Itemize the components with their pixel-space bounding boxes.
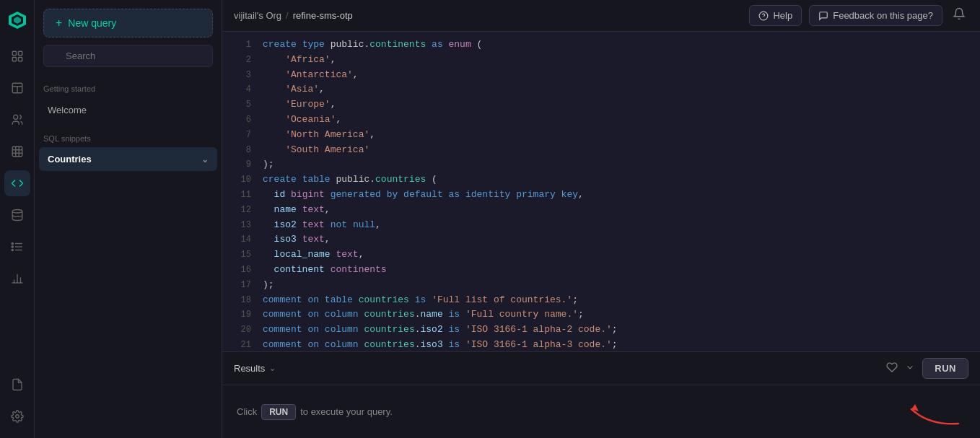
- database-icon[interactable]: [4, 202, 30, 228]
- code-line: 11 id bigint generated by default as ide…: [222, 188, 980, 203]
- line-number: 3: [228, 69, 251, 82]
- code-line: 13 iso2 text not null,: [222, 218, 980, 233]
- code-line: 3 'Antarctica',: [222, 68, 980, 83]
- users-icon[interactable]: [4, 107, 30, 133]
- line-number: 16: [228, 263, 251, 277]
- doc-icon[interactable]: [4, 372, 30, 398]
- code-line: 9);: [222, 157, 980, 172]
- click-text: Click: [237, 406, 257, 417]
- line-content: );: [263, 278, 274, 293]
- code-editor[interactable]: 1create type public.continents as enum (…: [222, 32, 980, 351]
- svg-rect-5: [12, 58, 16, 61]
- run-button[interactable]: RUN: [922, 358, 968, 379]
- line-content: 'South America': [263, 143, 369, 158]
- line-number: 17: [228, 279, 251, 292]
- line-content: name text,: [263, 203, 331, 218]
- line-content: 'Antarctica',: [263, 68, 359, 83]
- line-content: 'Africa',: [263, 53, 336, 68]
- favorite-button[interactable]: [886, 362, 898, 376]
- svg-rect-4: [18, 51, 22, 55]
- search-input[interactable]: [43, 45, 213, 67]
- svg-rect-11: [12, 146, 22, 157]
- line-number: 20: [228, 323, 251, 337]
- line-number: 11: [228, 188, 251, 202]
- line-content: 'Asia',: [263, 82, 325, 97]
- code-line: 7 'North America',: [222, 128, 980, 143]
- results-chevron-icon[interactable]: ⌄: [269, 364, 276, 373]
- line-content: local_name text,: [263, 248, 364, 263]
- line-content: continent continents: [263, 263, 387, 278]
- line-number: 2: [228, 53, 251, 67]
- project-name[interactable]: refine-sms-otp: [293, 10, 353, 21]
- line-content: comment on column countries.iso3 is 'ISO…: [263, 338, 618, 351]
- line-content: comment on column countries.iso2 is 'ISO…: [263, 323, 618, 338]
- org-name[interactable]: vijitail's Org: [234, 10, 281, 21]
- line-number: 4: [228, 83, 251, 97]
- sidebar-item-countries[interactable]: Countries ⌄: [39, 147, 217, 171]
- table-icon[interactable]: [4, 75, 30, 101]
- app-logo: [6, 9, 29, 32]
- expand-button[interactable]: [905, 362, 915, 375]
- line-number: 15: [228, 248, 251, 262]
- feedback-button[interactable]: Feedback on this page?: [809, 5, 942, 26]
- execute-text: to execute your query.: [300, 406, 393, 417]
- code-line: 12 name text,: [222, 203, 980, 218]
- help-button[interactable]: Help: [749, 5, 802, 26]
- grid-icon[interactable]: [4, 139, 30, 165]
- home-icon[interactable]: [4, 43, 30, 69]
- line-content: create type public.continents as enum (: [263, 38, 482, 53]
- run-inline-button[interactable]: RUN: [261, 404, 296, 420]
- svg-point-20: [12, 242, 13, 244]
- code-line: 17);: [222, 278, 980, 293]
- sidebar-item-welcome[interactable]: Welcome: [39, 97, 217, 123]
- svg-rect-6: [18, 58, 22, 61]
- sidebar: + New query Getting started Welcome SQL …: [35, 0, 222, 438]
- line-number: 12: [228, 203, 251, 217]
- line-number: 13: [228, 219, 251, 232]
- topbar-breadcrumb: vijitail's Org / refine-sms-otp: [234, 10, 353, 21]
- new-query-button[interactable]: + New query: [43, 9, 213, 38]
- code-line: 21comment on column countries.iso3 is 'I…: [222, 338, 980, 351]
- line-number: 19: [228, 308, 251, 322]
- getting-started-label: Getting started: [35, 76, 222, 97]
- code-line: 16 continent continents: [222, 263, 980, 278]
- line-content: comment on table countries is 'Full list…: [263, 293, 578, 308]
- code-line: 18comment on table countries is 'Full li…: [222, 293, 980, 308]
- line-number: 6: [228, 113, 251, 127]
- plus-icon: +: [56, 17, 62, 30]
- svg-point-16: [12, 210, 22, 214]
- breadcrumb-separator: /: [286, 10, 289, 21]
- code-line: 19comment on column countries.name is 'F…: [222, 307, 980, 323]
- line-number: 9: [228, 158, 251, 172]
- notification-button[interactable]: [950, 4, 968, 27]
- line-content: );: [263, 157, 274, 172]
- bottom-panel: Results ⌄ RUN Click RUN to execute your …: [222, 351, 980, 438]
- results-content: Click RUN to execute your query.: [222, 385, 980, 438]
- code-line: 14 iso3 text,: [222, 232, 980, 248]
- svg-point-10: [13, 115, 17, 119]
- svg-point-27: [15, 415, 19, 419]
- svg-point-21: [12, 246, 13, 248]
- chevron-down-icon: ⌄: [201, 154, 209, 165]
- countries-label: Countries: [48, 154, 92, 165]
- line-number: 10: [228, 173, 251, 187]
- code-line: 8 'South America': [222, 143, 980, 158]
- code-line: 20comment on column countries.iso2 is 'I…: [222, 323, 980, 338]
- line-content: id bigint generated by default as identi…: [263, 188, 584, 203]
- line-content: 'North America',: [263, 128, 375, 143]
- code-line: 4 'Asia',: [222, 82, 980, 97]
- chart-icon[interactable]: [4, 266, 30, 292]
- feedback-label: Feedback on this page?: [833, 10, 933, 21]
- results-bar: Results ⌄ RUN: [222, 352, 980, 385]
- list-icon[interactable]: [4, 234, 30, 260]
- line-content: comment on column countries.name is 'Ful…: [263, 307, 584, 323]
- line-number: 14: [228, 233, 251, 247]
- help-label: Help: [773, 10, 792, 21]
- sql-editor-icon[interactable]: [4, 170, 30, 196]
- line-content: 'Oceania',: [263, 113, 341, 128]
- line-number: 1: [228, 38, 251, 52]
- settings-icon[interactable]: [4, 403, 30, 429]
- results-label-group: Results ⌄: [234, 363, 276, 374]
- code-line: 2 'Africa',: [222, 53, 980, 68]
- line-number: 21: [228, 338, 251, 351]
